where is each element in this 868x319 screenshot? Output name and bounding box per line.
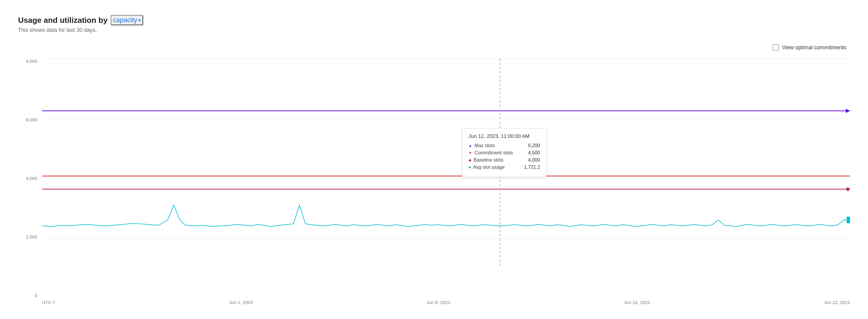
title-row: Usage and utilization by capacity ▾ [18,15,850,25]
tooltip-series-max: ▲ Max slots [469,143,495,148]
chart-container: 8,000 6,000 4,000 2,000 0 [18,59,850,307]
view-commitments-checkbox[interactable] [772,44,779,51]
chart-inner: Jun 12, 2023, 11:00:00 AM ▲ Max slots 6,… [42,59,850,307]
chevron-down-icon: ▾ [138,17,141,23]
tooltip-series-avg: ■ Avg slot usage [469,165,505,170]
subtitle: This shows data for last 30 days. [18,27,850,33]
avg-slot-usage-icon: ■ [469,165,471,169]
tooltip-row-commitment: ▼ Commitment slots 4,500 [469,150,540,155]
svg-marker-5 [846,187,850,191]
max-slots-icon: ▲ [469,144,472,148]
x-label-jun22: Jun 22, 2023 [824,300,850,305]
max-slots-label: Max slots [474,143,495,148]
commitment-slots-label: Commitment slots [474,150,513,155]
tooltip-row-max: ▲ Max slots 6,200 [469,143,540,148]
x-label-jun15: Jun 15, 2023 [624,300,650,305]
y-label-6000: 6,000 [26,117,37,122]
baseline-slots-icon: ◆ [469,158,471,162]
tooltip-series-baseline: ◆ Baseline slots [469,157,503,163]
svg-rect-7 [847,217,850,223]
tooltip-series-commitment: ▼ Commitment slots [469,150,513,155]
tooltip-row-baseline: ◆ Baseline slots 4,000 [469,157,540,163]
tooltip: Jun 12, 2023, 11:00:00 AM ▲ Max slots 6,… [462,128,547,177]
chart-svg [42,59,850,268]
header: Usage and utilization by capacity ▾ This… [18,15,850,33]
baseline-slots-value: 4,000 [528,157,540,163]
tooltip-row-avg: ■ Avg slot usage 1,721.2 [469,165,540,170]
y-label-8000: 8,000 [26,59,37,64]
y-label-0: 0 [35,293,37,298]
y-label-2000: 2,000 [26,234,37,239]
capacity-dropdown[interactable]: capacity ▾ [111,15,144,25]
avg-slot-usage-label: Avg slot usage [473,165,505,170]
y-label-4000: 4,000 [26,176,37,181]
x-label-jun8: Jun 8, 2023 [427,300,450,305]
top-controls: View optimal commitments [18,42,850,52]
y-axis: 8,000 6,000 4,000 2,000 0 [18,59,42,307]
baseline-slots-label: Baseline slots [474,157,503,163]
view-commitments-label: View optimal commitments [782,44,846,51]
chart-area: View optimal commitments 8,000 6,000 4,0… [18,42,850,307]
x-axis: UTC-7 Jun 1, 2023 Jun 8, 2023 Jun 15, 20… [42,298,850,307]
tooltip-title: Jun 12, 2023, 11:00:00 AM [469,133,540,139]
x-label-utc: UTC-7 [42,300,55,305]
dropdown-label: capacity [113,16,137,24]
page-title: Usage and utilization by [18,15,108,25]
avg-slot-usage-value: 1,721.2 [524,165,540,170]
max-slots-value: 6,200 [528,143,540,148]
view-commitments-button[interactable]: View optimal commitments [769,42,850,52]
commitment-slots-icon: ▼ [469,151,472,155]
page: Usage and utilization by capacity ▾ This… [0,0,868,319]
commitment-slots-value: 4,500 [528,150,540,155]
svg-marker-1 [846,109,850,113]
x-label-jun1: Jun 1, 2023 [229,300,253,305]
